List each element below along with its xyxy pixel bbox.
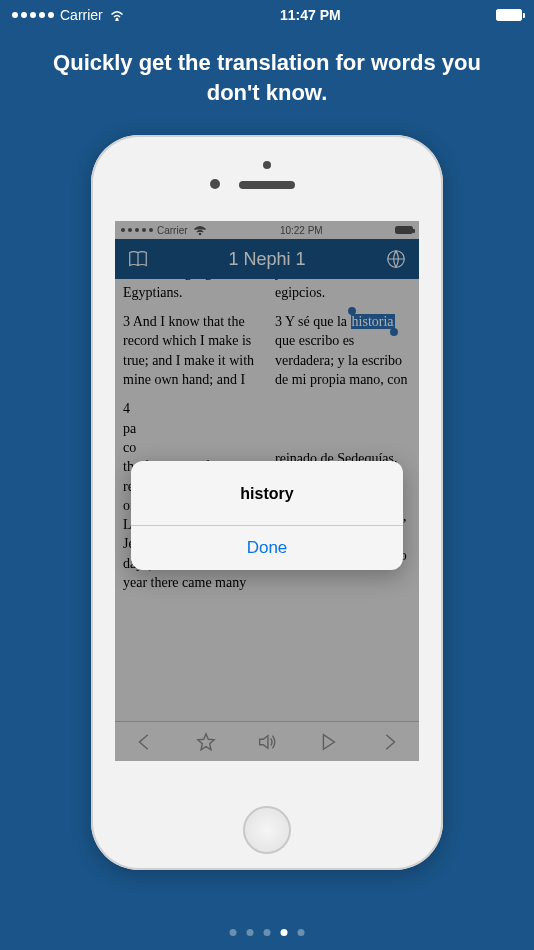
- onboarding-instruction: Quickly get the translation for words yo…: [0, 30, 534, 107]
- carrier-label: Carrier: [60, 7, 103, 23]
- page-indicator[interactable]: [230, 929, 305, 936]
- svg-point-1: [198, 233, 201, 236]
- translation-alert: history Done: [131, 461, 403, 570]
- verse-fragment: y el idioma de los egipcios.: [275, 279, 411, 302]
- done-button[interactable]: Done: [131, 526, 403, 570]
- signal-strength-icon: [12, 12, 54, 18]
- favorite-icon[interactable]: [195, 731, 217, 753]
- chapter-title: 1 Nephi 1: [228, 249, 305, 270]
- globe-icon[interactable]: [385, 248, 407, 270]
- play-icon[interactable]: [317, 731, 339, 753]
- home-button[interactable]: [243, 806, 291, 854]
- prev-chapter-icon[interactable]: [134, 731, 156, 753]
- verse-3-right: 3 Y sé que la historia que escribo es ve…: [275, 312, 411, 389]
- battery-icon: [496, 9, 522, 21]
- wifi-icon: [109, 9, 125, 21]
- next-chapter-icon[interactable]: [378, 731, 400, 753]
- sensor-dot: [210, 179, 220, 189]
- svg-point-0: [115, 18, 118, 21]
- verse-fragment: and the language of the Egyptians.: [123, 279, 259, 302]
- battery-icon: [395, 226, 413, 234]
- selected-word[interactable]: historia: [351, 314, 395, 329]
- signal-strength-icon: [121, 228, 153, 232]
- app-navbar: 1 Nephi 1: [115, 239, 419, 279]
- audio-icon[interactable]: [256, 731, 278, 753]
- bottom-toolbar: [115, 721, 419, 761]
- device-status-bar: Carrier 11:47 PM: [0, 0, 534, 30]
- wifi-icon: [192, 224, 208, 236]
- phone-screen: Carrier 10:22 PM 1 Nephi 1 and the langu…: [115, 221, 419, 761]
- carrier-label: Carrier: [157, 225, 188, 236]
- alert-title: history: [131, 461, 403, 525]
- speaker-slot: [239, 181, 295, 189]
- clock: 10:22 PM: [280, 225, 323, 236]
- camera-dot: [263, 161, 271, 169]
- app-status-bar: Carrier 10:22 PM: [115, 221, 419, 239]
- clock: 11:47 PM: [280, 7, 341, 23]
- verse-3-left: 3 And I know that the record which I mak…: [123, 312, 259, 389]
- phone-device-frame: Carrier 10:22 PM 1 Nephi 1 and the langu…: [91, 135, 443, 870]
- book-icon[interactable]: [127, 248, 149, 270]
